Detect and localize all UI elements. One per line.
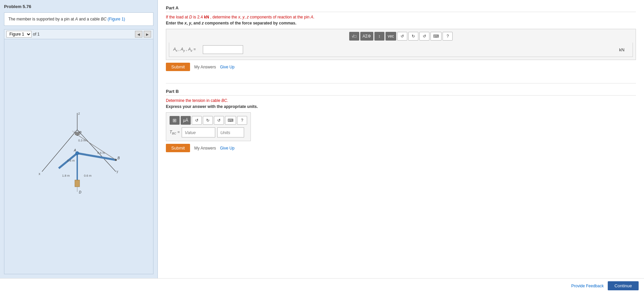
figure-of-label: of 1 xyxy=(33,32,40,37)
part-a-answer-label: Ax , Ay , Az = xyxy=(173,47,200,52)
part-b-answer-label: TBC = xyxy=(170,130,180,135)
help-button-a[interactable]: ? xyxy=(443,32,453,41)
vec-button[interactable]: vec xyxy=(385,32,397,41)
part-b-instruction: Determine the tension in cable BC. xyxy=(166,98,636,103)
part-b-toolbar-row: ⊞ μÄ ↺ ↻ ↺ ⌨ ? xyxy=(170,116,247,125)
svg-rect-0 xyxy=(25,110,133,203)
keyboard-button-b[interactable]: ⌨ xyxy=(225,116,236,125)
svg-text:1.8 m: 1.8 m xyxy=(62,174,70,177)
continue-button[interactable]: Continue xyxy=(608,281,639,290)
mu-button[interactable]: μÄ xyxy=(181,116,191,125)
part-a-sub-instruction: Enter the x, y, and z components of the … xyxy=(166,21,636,25)
part-b-value-input[interactable] xyxy=(182,127,215,137)
part-a-section: Part A If the load at D is 2.4 kN , dete… xyxy=(166,5,636,71)
figure-link[interactable]: (Figure 1) xyxy=(108,17,125,21)
problem-description: The member is supported by a pin at A an… xyxy=(4,12,153,26)
svg-text:z: z xyxy=(78,112,80,115)
svg-rect-25 xyxy=(75,132,80,135)
redo-button[interactable]: ↻ xyxy=(408,32,418,41)
part-b-submit-button[interactable]: Submit xyxy=(166,144,190,152)
figure-content: z y x xyxy=(4,39,153,274)
part-b-title: Part B xyxy=(166,89,636,96)
part-a-my-answers-label: My Answers xyxy=(194,65,216,69)
section-divider xyxy=(166,83,636,83)
keyboard-button-a[interactable]: ⌨ xyxy=(430,32,442,41)
part-a-answer-row: Ax , Ay , Az = kN xyxy=(169,43,633,57)
redo-button-b[interactable]: ↻ xyxy=(203,116,213,125)
undo-button-b[interactable]: ↺ xyxy=(192,116,202,125)
svg-text:0.6 m: 0.6 m xyxy=(67,159,75,162)
part-b-submit-row: Submit My Answers Give Up xyxy=(166,144,636,152)
help-button-b[interactable]: ? xyxy=(237,116,247,125)
part-a-instruction: If the load at D is 2.4 kN , determine t… xyxy=(166,15,636,19)
svg-rect-17 xyxy=(75,180,80,187)
svg-text:0.6 m: 0.6 m xyxy=(84,174,92,177)
part-a-unit: kN xyxy=(619,47,625,52)
part-b-answer-box: ⊞ μÄ ↺ ↻ ↺ ⌨ ? TBC = xyxy=(166,112,251,141)
part-a-submit-button[interactable]: Submit xyxy=(166,63,190,71)
description-mid: and a cable xyxy=(78,17,101,21)
part-b-my-answers-label: My Answers xyxy=(194,146,216,151)
part-b-answer-row: TBC = xyxy=(170,127,247,137)
part-b-sub-instruction: Express your answer with the appropriate… xyxy=(166,104,636,109)
figure-toolbar: Figure 1 of 1 ◀ ▶ xyxy=(4,30,153,39)
part-a-title: Part A xyxy=(166,5,636,12)
part-a-toolbar-row: √□ ΑΣΦ ↕ vec ↺ ↻ ↺ ⌨ ? xyxy=(169,32,633,41)
description-a: A xyxy=(75,17,78,21)
grid-button[interactable]: ⊞ xyxy=(170,116,180,125)
figure-panel: Figure 1 of 1 ◀ ▶ z y xyxy=(4,29,153,274)
arrows-button[interactable]: ↕ xyxy=(374,32,384,41)
figure-prev-button[interactable]: ◀ xyxy=(135,31,142,38)
part-a-answer-input[interactable] xyxy=(203,45,243,54)
provide-feedback-link[interactable]: Provide Feedback xyxy=(571,284,604,288)
figure-next-button[interactable]: ▶ xyxy=(144,31,151,38)
undo-button[interactable]: ↺ xyxy=(397,32,407,41)
svg-text:0.3 m: 0.3 m xyxy=(78,139,86,142)
part-b-section: Part B Determine the tension in cable BC… xyxy=(166,89,636,152)
right-panel: Part A If the load at D is 2.4 kN , dete… xyxy=(158,0,644,278)
part-a-math-toolbar: √□ ΑΣΦ ↕ vec ↺ ↻ ↺ ⌨ ? Ax , Ay , Az = xyxy=(166,29,636,60)
part-a-submit-row: Submit My Answers Give Up xyxy=(166,63,636,71)
svg-text:x: x xyxy=(39,172,40,176)
description-text: The member is supported by a pin at xyxy=(8,17,75,21)
description-bc: BC xyxy=(101,17,107,21)
reset-button[interactable]: ↺ xyxy=(419,32,429,41)
reset-button-b[interactable]: ↺ xyxy=(214,116,224,125)
sigma-button[interactable]: ΑΣΦ xyxy=(360,32,373,41)
figure-diagram: z y x xyxy=(25,110,133,203)
left-panel: Problem 5.76 The member is supported by … xyxy=(0,0,158,278)
part-b-units-input[interactable] xyxy=(217,127,244,137)
svg-point-13 xyxy=(115,159,117,161)
part-b-give-up-link[interactable]: Give Up xyxy=(220,146,234,151)
svg-text:0.6 m: 0.6 m xyxy=(97,151,105,155)
svg-text:B: B xyxy=(118,156,120,160)
svg-text:A: A xyxy=(74,149,76,152)
svg-text:y: y xyxy=(117,170,118,173)
footer: Provide Feedback Continue xyxy=(0,278,644,293)
svg-text:D: D xyxy=(79,190,81,194)
sqrt-button[interactable]: √□ xyxy=(349,32,359,41)
part-a-give-up-link[interactable]: Give Up xyxy=(220,65,234,69)
problem-title: Problem 5.76 xyxy=(4,4,153,9)
figure-select[interactable]: Figure 1 xyxy=(6,31,32,38)
